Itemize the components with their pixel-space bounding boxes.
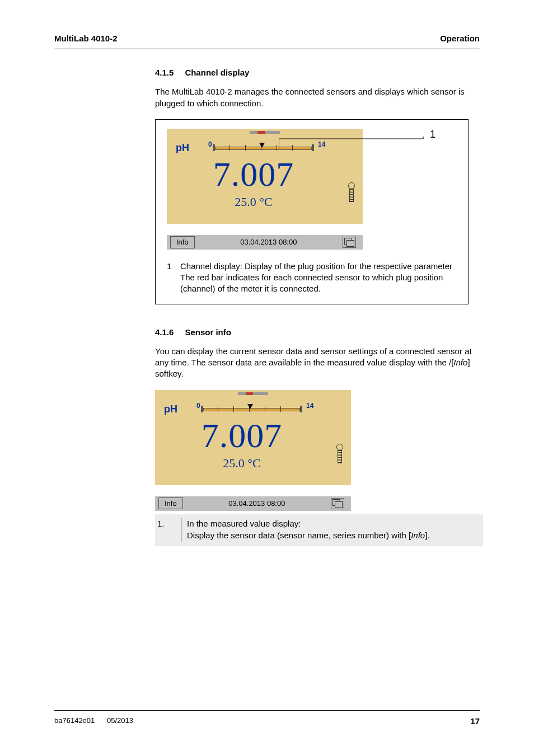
- legend-line-1: Channel display: Display of the plug pos…: [180, 261, 452, 271]
- softkey-name: Info: [453, 358, 467, 367]
- runhead-right: Operation: [440, 34, 480, 43]
- running-head: MultiLab 4010-2 Operation: [54, 34, 480, 43]
- measured-value: 7.007: [155, 412, 329, 459]
- datetime: 03.04.2013 08:00: [195, 237, 343, 247]
- doc-id: ba76142e01: [54, 716, 95, 725]
- doc-date: 05/2013: [107, 716, 133, 725]
- step-divider: [181, 518, 181, 542]
- section-number: 4.1.5: [155, 67, 174, 78]
- t: In the measured value display:: [187, 519, 301, 528]
- footer-row: ba76142e01 05/2013 17: [54, 716, 480, 726]
- step-1: 1. In the measured value display: Displa…: [155, 514, 483, 547]
- para-415: The MultiLab 4010-2 manages the connecte…: [155, 86, 480, 109]
- softkey-info[interactable]: Info: [158, 497, 183, 510]
- t: ].: [425, 530, 429, 540]
- rule-bottom: [54, 710, 480, 711]
- section-heading-415: 4.1.5 Channel display: [155, 67, 480, 78]
- channel-indicator-strip: [238, 392, 268, 395]
- status-bar: Info 03.04.2013 08:00: [167, 235, 363, 250]
- channel-indicator-strip: [250, 131, 280, 134]
- step-text: In the measured value display: Display t…: [187, 518, 480, 542]
- section-title: Channel display: [185, 67, 249, 78]
- sensor-icon: [348, 182, 355, 201]
- callout-number-1: 1: [430, 128, 435, 141]
- legend-line-2: The red bar indicates for each connected…: [180, 273, 443, 293]
- softkey-info[interactable]: Info: [170, 236, 195, 248]
- multiview-icon: [343, 237, 356, 248]
- figure-box-channel-display: pH 0 14 7.007: [155, 119, 469, 304]
- callout-1: 1: [363, 129, 449, 229]
- section-number: 4.1.6: [155, 327, 174, 338]
- scale-max: 14: [306, 401, 313, 410]
- datetime: 03.04.2013 08:00: [183, 499, 331, 509]
- rule-top: [54, 49, 480, 49]
- section-title: Sensor info: [185, 327, 231, 338]
- measured-value: 7.007: [167, 151, 340, 198]
- sensor-icon: [336, 444, 343, 463]
- temperature-value: 25.0 °C: [155, 455, 329, 472]
- temperature-value: 25.0 °C: [167, 194, 340, 210]
- footer-left: ba76142e01 05/2013: [54, 716, 133, 726]
- instrument-screen-2: pH 0 14 7.007 25.0 °C: [155, 390, 351, 511]
- step-number: 1.: [155, 518, 181, 542]
- legend-1: 1 Channel display: Display of the plug p…: [167, 261, 457, 295]
- status-bar: Info 03.04.2013 08:00: [155, 496, 351, 511]
- softkey-name: Info: [411, 530, 425, 540]
- runhead-left: MultiLab 4010-2: [54, 34, 118, 43]
- leader-line-1: [279, 137, 425, 150]
- page-number: 17: [470, 716, 480, 726]
- para-416: You can display the current sensor data …: [155, 346, 480, 380]
- legend-text: Channel display: Display of the plug pos…: [180, 261, 457, 295]
- multiview-icon: [331, 498, 344, 509]
- section-heading-416: 4.1.6 Sensor info: [155, 327, 480, 338]
- t: Display the sensor data (sensor name, se…: [187, 530, 411, 540]
- t: You can display the current sensor data …: [155, 346, 472, 367]
- legend-number: 1: [167, 261, 174, 295]
- lcd-area: pH 0 14 7.007 25.0 °C: [155, 390, 351, 485]
